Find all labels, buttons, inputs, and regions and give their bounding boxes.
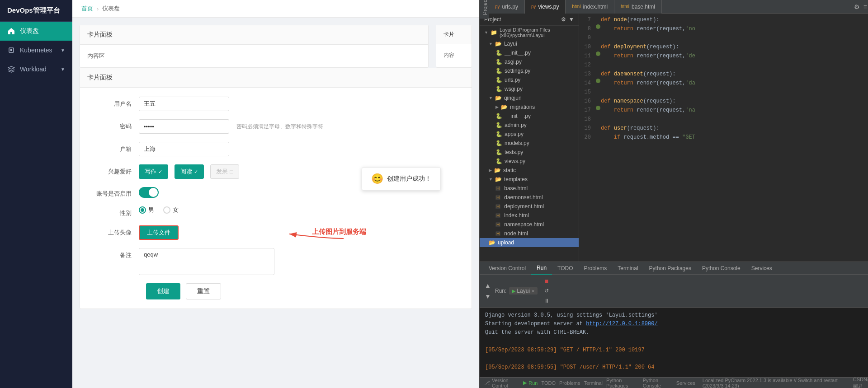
run-suspend-btn[interactable]: ⏸	[542, 296, 551, 305]
note-textarea[interactable]: qeqw	[139, 248, 274, 275]
ide-tab-index[interactable]: html index.html	[566, 0, 614, 14]
gender-male-option[interactable]: 男	[139, 206, 154, 214]
mailbox-input[interactable]	[139, 142, 229, 156]
statusbar-services[interactable]: Services	[676, 380, 695, 386]
asgi-file-icon: 🐍	[495, 59, 502, 65]
filetree-daemonset-html[interactable]: H daemonset.html	[480, 193, 579, 202]
username-input[interactable]	[139, 97, 229, 111]
sidebar-item-workload[interactable]: Workload ▼	[0, 60, 72, 79]
filetree-static[interactable]: ▶ 📂 static	[480, 166, 579, 175]
filetree-admin[interactable]: 🐍 admin.py	[480, 121, 579, 130]
kubernetes-arrow-icon: ▼	[61, 48, 65, 53]
filetree-migrations[interactable]: ▶ 📂 migrations	[480, 103, 579, 112]
term-line-1: Django version 3.0.5, using settings 'La…	[485, 311, 868, 320]
account-toggle[interactable]	[139, 187, 159, 198]
terminal-output[interactable]: Django version 3.0.5, using settings 'La…	[480, 308, 868, 377]
password-input[interactable]	[139, 119, 229, 134]
username-label: 用户名	[94, 97, 139, 108]
run-config-close-icon[interactable]: ✕	[531, 289, 535, 294]
dev-server-link[interactable]: http://127.0.0.1:8000/	[586, 321, 657, 327]
tab-run[interactable]: Run	[531, 262, 552, 275]
filetree-models[interactable]: 🐍 models.py	[480, 139, 579, 148]
filetree-templates[interactable]: ▼ 📂 templates	[480, 175, 579, 184]
filetree-header: Project ⚙ ▼	[480, 14, 579, 26]
statusbar-problems[interactable]: Problems	[559, 380, 580, 386]
form-card-body: 用户名 密码 密码必须满足字母、数字和特殊字符 户箱	[80, 88, 472, 309]
tab-todo[interactable]: TODO	[552, 262, 578, 275]
code-line-11: 11 return render(request,'de	[579, 51, 868, 61]
ide-tab-base[interactable]: html base.html	[614, 0, 662, 14]
note-control: qeqw	[139, 248, 356, 275]
filetree-settings[interactable]: 🐍 settings.py	[480, 66, 579, 75]
create-button[interactable]: 创建	[146, 283, 180, 299]
tab-terminal[interactable]: Terminal	[612, 262, 643, 275]
statusbar-python-console[interactable]: Python Console	[643, 378, 673, 388]
filetree-apps[interactable]: 🐍 apps.py	[480, 130, 579, 139]
gender-female-radio[interactable]	[163, 206, 170, 214]
statusbar-run[interactable]: ▶ Run	[523, 380, 538, 386]
filetree-init[interactable]: 🐍 __init__.py	[480, 48, 579, 57]
code-line-12: 12	[579, 61, 868, 70]
reset-button[interactable]: 重置	[186, 283, 221, 299]
gender-male-radio[interactable]	[139, 206, 146, 214]
run-rerun-btn[interactable]: ↺	[542, 286, 551, 295]
sidebar-item-kubernetes[interactable]: Kubernetes ▼	[0, 41, 72, 60]
tab-python-packages[interactable]: Python Packages	[644, 262, 697, 275]
hobby-reading-btn[interactable]: 阅读 ✓	[175, 164, 204, 179]
filetree-urls[interactable]: 🐍 urls.py	[480, 75, 579, 84]
filetree-deployment-html[interactable]: H deployment.html	[480, 202, 579, 211]
root-arrow-icon: ▼	[484, 30, 488, 35]
upload-button[interactable]: 上传文件	[139, 225, 179, 240]
filetree-qingjun-label: qingjun	[504, 95, 522, 101]
filetree-tests-label: tests.py	[505, 149, 523, 155]
mailbox-control	[139, 142, 356, 156]
filetree-views[interactable]: 🐍 views.py	[480, 157, 579, 166]
hobby-writing-btn[interactable]: 写作 ✓	[139, 164, 168, 179]
ide-tab-urls[interactable]: py urls.py	[489, 0, 525, 14]
tab-services[interactable]: Services	[746, 262, 778, 275]
filetree-asgi[interactable]: 🐍 asgi.py	[480, 57, 579, 66]
layout-icon[interactable]: ≡	[863, 3, 867, 10]
run-up-btn[interactable]: ▲	[483, 281, 492, 290]
filetree-namespace-html[interactable]: H namespace.html	[480, 220, 579, 229]
settings-icon[interactable]: ⚙	[854, 3, 860, 10]
filetree-arrow-icon[interactable]: ▼	[569, 16, 574, 23]
run-down-btn[interactable]: ▼	[483, 292, 492, 301]
filetree-settings-icon[interactable]: ⚙	[561, 16, 566, 23]
sidebar-item-dashboard[interactable]: 仪表盘	[0, 22, 72, 41]
card2-body: 内容	[436, 44, 472, 66]
filetree-node-html[interactable]: H node.html	[480, 229, 579, 238]
statusbar-python-console-label: Python Console	[643, 378, 673, 388]
admin-file-icon: 🐍	[495, 122, 502, 128]
statusbar-version-control[interactable]: ⎇ Version Control	[484, 378, 519, 388]
terminal-tab-label: Terminal	[618, 265, 638, 271]
run-stop-btn[interactable]: ■	[542, 276, 551, 285]
tab-version-control[interactable]: Version Control	[483, 262, 531, 275]
filetree-layui[interactable]: ▼ 📂 Layui	[480, 39, 579, 48]
statusbar-todo[interactable]: TODO	[541, 380, 556, 386]
filetree-index-html[interactable]: H index.html	[480, 211, 579, 220]
filetree-tests[interactable]: 🐍 tests.py	[480, 148, 579, 157]
ide-tab-views[interactable]: py views.py	[525, 0, 566, 14]
tab-problems[interactable]: Problems	[579, 262, 613, 275]
ide-code-editor[interactable]: 7 def node(request): 8 return render(req…	[579, 14, 868, 262]
project-vertical-label[interactable]: Project	[480, 0, 489, 19]
filetree-wsgi[interactable]: 🐍 wsgi.py	[480, 84, 579, 93]
note-row: 备注 qeqw	[94, 248, 458, 275]
code-line-16: 16 def namespace(request):	[579, 97, 868, 106]
filetree-upload[interactable]: 📂 upload	[480, 238, 579, 247]
filetree-root[interactable]: ▼ 📁 Layui D:\Program Files (x86)\pycharm…	[480, 26, 579, 39]
breadcrumb-home[interactable]: 首页	[81, 5, 93, 13]
tab-python-console[interactable]: Python Console	[697, 262, 746, 275]
statusbar-terminal[interactable]: Terminal	[584, 380, 603, 386]
run-label: Run:	[495, 288, 506, 294]
filetree-qingjun[interactable]: ▼ 📂 qingjun	[480, 93, 579, 103]
username-row: 用户名	[94, 97, 458, 111]
code-line-19: 19 def user(request):	[579, 124, 868, 133]
filetree-base-html[interactable]: H base.html	[480, 184, 579, 193]
gender-female-option[interactable]: 女	[163, 206, 179, 214]
account-label: 账号是否启用	[94, 187, 139, 198]
services-tab-label: Services	[751, 265, 772, 271]
filetree-init2[interactable]: 🐍 __init__.py	[480, 112, 579, 121]
statusbar-python-packages[interactable]: Python Packages	[606, 378, 639, 388]
